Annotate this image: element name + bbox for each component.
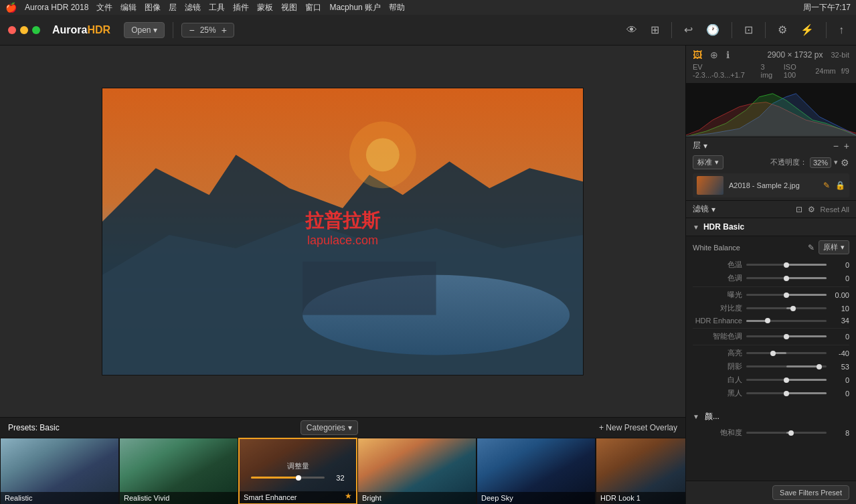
preview-toggle-button[interactable]: 👁	[622, 21, 641, 39]
preset-smart-enhancer[interactable]: 调整量 32 Smart Enhancer ★	[238, 438, 357, 504]
menubar-edit[interactable]: 编辑	[120, 2, 137, 13]
color-header[interactable]: ▼ 颜...	[693, 408, 849, 425]
iso-info: ISO 100	[784, 63, 810, 79]
maximize-window-button[interactable]	[32, 26, 40, 34]
export-button[interactable]: ↑	[835, 21, 848, 39]
layers-minus-button[interactable]: −	[833, 141, 839, 151]
new-preset-button[interactable]: + New Preset Overlay	[599, 423, 677, 432]
layer-lock-button[interactable]: 🔒	[835, 181, 845, 190]
crop-button[interactable]: ⊡	[740, 21, 757, 39]
preset-deep-sky-label: Deep Sky	[477, 492, 595, 504]
zoom-value[interactable]: 25%	[200, 25, 216, 35]
preset-smart-enhancer-label: Smart Enhancer	[240, 491, 356, 503]
undo-button[interactable]: ↩	[680, 21, 697, 39]
close-window-button[interactable]	[8, 26, 16, 34]
saturation-thumb	[788, 430, 794, 436]
compare-button[interactable]: ⊞	[647, 21, 663, 39]
wb-label: White Balance	[693, 244, 740, 252]
black-fill	[786, 392, 827, 394]
preset-realistic-vivid[interactable]: Realistic Vivid	[119, 438, 238, 504]
history-button[interactable]: 🕐	[702, 21, 723, 39]
menubar-tools[interactable]: 工具	[209, 2, 225, 13]
zoom-in-button[interactable]: +	[219, 25, 230, 35]
save-filters-button[interactable]: Save Filters Preset	[772, 485, 849, 500]
contrast-value: 10	[831, 305, 849, 313]
focal-info: 24mm	[815, 67, 836, 75]
color-tint-fill	[786, 277, 827, 279]
opacity-value[interactable]: 32%	[810, 157, 831, 168]
smart-color-fill	[786, 335, 827, 337]
zoom-out-button[interactable]: −	[186, 25, 197, 35]
menubar-help[interactable]: 帮助	[389, 2, 405, 13]
layer-settings-button[interactable]: ⚙	[841, 157, 849, 168]
shadow-label: 阴影	[695, 361, 742, 371]
apple-menu[interactable]: 🍎	[5, 2, 17, 13]
hdr-collapse-icon: ▼	[693, 224, 699, 231]
white-slider[interactable]	[746, 379, 827, 381]
settings-button[interactable]: ⚙	[774, 21, 791, 39]
preset-slider-track[interactable]	[251, 477, 324, 479]
color-tint-thumb	[784, 276, 789, 281]
menubar-right: 周一下午7:17	[803, 2, 851, 13]
layer-edit-button[interactable]: ✎	[823, 181, 830, 190]
menubar-view[interactable]: 视图	[281, 2, 297, 13]
presets-label-text: Presets:	[8, 423, 37, 432]
preset-realistic-label: Realistic	[1, 492, 118, 504]
tab-image[interactable]: 🖼	[693, 50, 702, 60]
presets-header: Presets: Basic Categories + New Preset O…	[0, 418, 685, 438]
hdr-basic-header[interactable]: ▼ HDR Basic	[686, 218, 856, 236]
saturation-slider[interactable]	[746, 432, 827, 434]
adjustments-button[interactable]: ⚡	[796, 21, 818, 39]
preset-realistic[interactable]: Realistic	[0, 438, 119, 504]
layers-header-row: 层 − +	[693, 140, 849, 151]
exposure-slider[interactable]	[746, 294, 827, 296]
layers-plus-button[interactable]: +	[844, 141, 849, 151]
color-temp-slider[interactable]	[746, 264, 827, 266]
menubar-image[interactable]: 图像	[145, 2, 161, 13]
filter-settings-button[interactable]: ⚙	[808, 205, 815, 214]
menubar-mask[interactable]: 蒙板	[257, 2, 273, 13]
color-tint-slider[interactable]	[746, 277, 827, 279]
menubar-window[interactable]: 窗口	[305, 2, 321, 13]
menubar-file[interactable]: 文件	[96, 2, 112, 13]
tab-info[interactable]: ℹ	[726, 50, 730, 60]
layers-mode-dropdown[interactable]: 标准	[693, 155, 723, 169]
img-count: 3 img	[760, 63, 778, 79]
contrast-slider[interactable]	[746, 307, 827, 309]
menubar-account[interactable]: Macphun 账户	[329, 2, 381, 13]
color-temp-label: 色温	[695, 260, 742, 270]
wb-eyedropper-button[interactable]: ✎	[808, 243, 815, 252]
white-fill	[786, 379, 827, 381]
white-balance-row: White Balance ✎ 原样	[693, 240, 849, 254]
preset-hdr-look-1[interactable]: HDR Look 1	[596, 438, 685, 504]
hdr-enhance-slider[interactable]	[746, 320, 827, 322]
categories-label: Categories	[307, 423, 345, 432]
toolbar-separator-3	[732, 22, 732, 38]
menubar-layer[interactable]: 层	[169, 2, 177, 13]
exposure-value: 0.00	[831, 291, 849, 299]
menubar-app[interactable]: Aurora HDR 2018	[25, 3, 88, 12]
layers-title-text: 层	[693, 140, 701, 151]
minimize-window-button[interactable]	[20, 26, 28, 34]
tab-layers[interactable]: ⊕	[710, 50, 718, 60]
preset-bright[interactable]: Bright	[357, 438, 477, 504]
reset-all-button[interactable]: Reset All	[821, 205, 849, 214]
shadow-slider[interactable]	[746, 365, 827, 367]
main-layout: 拉普拉斯 lapulace.com Presets: Basic Categor…	[0, 46, 856, 504]
color-tint-row: 色调 0	[693, 273, 849, 283]
smart-color-slider[interactable]	[746, 335, 827, 337]
preset-deep-sky[interactable]: Deep Sky	[477, 438, 596, 504]
categories-button[interactable]: Categories	[301, 420, 358, 435]
black-slider[interactable]	[746, 392, 827, 394]
white-label: 白人	[695, 375, 742, 385]
layers-title[interactable]: 层	[693, 140, 707, 151]
wb-preset-dropdown[interactable]: 原样	[819, 240, 849, 254]
menubar-plugins[interactable]: 插件	[233, 2, 249, 13]
menubar-filter[interactable]: 滤镜	[185, 2, 201, 13]
shadow-thumb	[817, 364, 822, 369]
highlight-slider[interactable]	[746, 352, 827, 354]
filters-title[interactable]: 滤镜	[693, 203, 715, 215]
svg-rect-4	[303, 261, 436, 315]
open-button[interactable]: Open	[124, 22, 165, 38]
filter-frame-button[interactable]: ⊡	[796, 205, 802, 214]
